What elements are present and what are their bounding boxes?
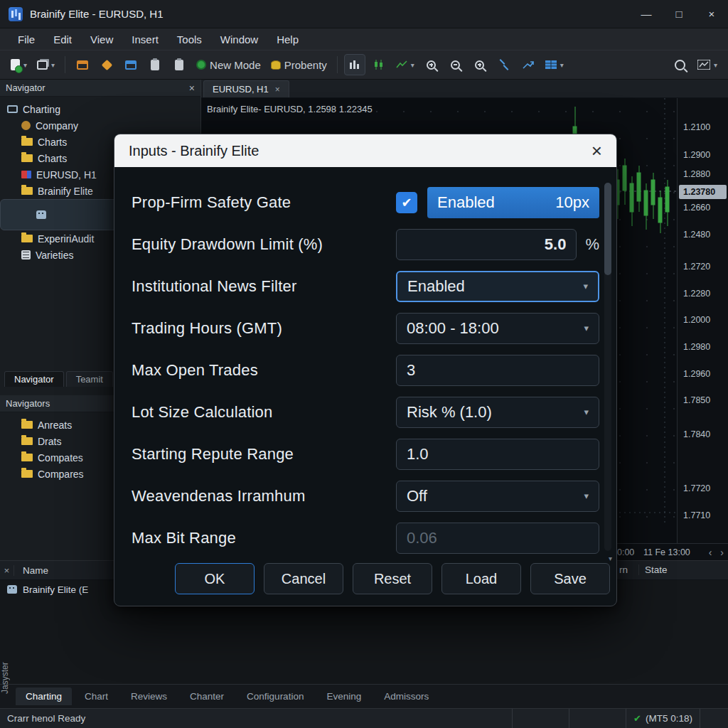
setting-label: Institutional News Filter <box>132 277 396 296</box>
menu-tools[interactable]: Tools <box>168 31 211 48</box>
indicators-button[interactable]: ▾ <box>542 54 567 75</box>
column-state[interactable]: State <box>638 564 673 575</box>
lot-size-select[interactable]: Risk % (1.0) ▾ <box>396 397 599 428</box>
menu-edit[interactable]: Edit <box>44 31 81 48</box>
maximize-button[interactable]: □ <box>663 0 695 28</box>
dialog-close-icon[interactable]: × <box>592 141 602 160</box>
menu-file[interactable]: File <box>9 31 44 48</box>
minimize-button[interactable]: — <box>630 0 663 28</box>
quotes-chart-button[interactable]: ▾ <box>694 54 721 75</box>
probenty-button[interactable]: Probenty <box>267 54 331 75</box>
monitor-icon <box>7 105 18 113</box>
navigator-close-icon[interactable]: × <box>189 82 195 94</box>
column-name[interactable]: Name <box>14 565 48 576</box>
tab-configuration[interactable]: Configuration <box>237 687 314 705</box>
window-controls: — □ × <box>630 0 728 28</box>
scroll-left-icon[interactable]: ‹ <box>709 547 712 558</box>
scripts-icon <box>21 250 31 259</box>
strategy-tester-button[interactable] <box>168 54 190 75</box>
data-window-button[interactable] <box>96 54 117 75</box>
terminal-button[interactable] <box>144 54 166 75</box>
tab-chanter[interactable]: Chanter <box>180 687 234 705</box>
zoom-out-icon <box>451 60 460 70</box>
setting-label: Starting Repute Range <box>132 445 396 464</box>
tab-chart[interactable]: Chart <box>75 687 118 705</box>
weekend-select[interactable]: Off ▾ <box>396 481 599 512</box>
starting-repute-input[interactable] <box>396 439 599 470</box>
scrollbar-down-icon[interactable]: ▾ <box>609 555 612 562</box>
docked-panel-label[interactable]: Jasyster <box>0 646 11 711</box>
price-label: 1.2480 <box>683 230 710 240</box>
auto-scroll-button[interactable] <box>493 54 515 75</box>
close-button[interactable]: × <box>695 0 728 28</box>
search-button[interactable] <box>670 54 691 75</box>
chart-shift-button[interactable] <box>518 54 539 75</box>
market-watch-button[interactable] <box>72 54 93 75</box>
company-icon <box>21 121 31 130</box>
line-chart-mode-button[interactable]: ▾ <box>392 54 418 75</box>
panel-close-icon[interactable]: × <box>0 565 14 576</box>
tab-evening[interactable]: Evening <box>316 687 371 705</box>
price-label: 1.7710 <box>683 510 710 520</box>
tree-item-charting[interactable]: Charting <box>0 101 200 117</box>
dialog-header[interactable]: Inputs - Brainify Elite × <box>114 134 616 167</box>
tree-item-label: EURUSD, H1 <box>36 169 97 181</box>
new-chart-button[interactable]: ▾ <box>33 54 58 75</box>
news-filter-select[interactable]: Enabled ▾ <box>396 271 599 302</box>
menu-window[interactable]: Window <box>211 31 267 48</box>
chart-tab-eurusd[interactable]: EURUSD, H1 × <box>203 80 289 97</box>
tab-navigator[interactable]: Navigator <box>4 371 64 387</box>
price-label: 1.2280 <box>683 289 710 299</box>
save-button[interactable]: Save <box>530 563 610 594</box>
trading-hours-select[interactable]: 08:00 - 18:00 ▾ <box>396 313 599 344</box>
safety-gate-value-box[interactable]: Enabled 10px <box>427 187 599 218</box>
setting-label: Max Open Trades <box>132 361 396 380</box>
title-bar: Brainify Elite - EURUSD, H1 — □ × <box>0 0 728 28</box>
candlestick-mode-button[interactable] <box>368 54 390 75</box>
price-label: 1.2960 <box>683 369 710 379</box>
max-open-trades-input[interactable] <box>396 355 599 386</box>
new-order-button[interactable]: ▾ <box>7 54 31 75</box>
dialog-scrollbar[interactable] <box>604 183 611 551</box>
safety-gate-badge: 10px <box>555 193 589 212</box>
drawdown-limit-input[interactable] <box>396 229 577 260</box>
safety-gate-checkbox[interactable]: ✔ <box>396 192 417 213</box>
load-button[interactable]: Load <box>441 563 521 594</box>
bar-chart-mode-button[interactable] <box>344 54 365 75</box>
reset-button[interactable]: Reset <box>353 563 432 594</box>
zoom-out-button[interactable] <box>445 54 466 75</box>
price-label: 1.7850 <box>683 395 710 405</box>
menu-help[interactable]: Help <box>267 31 308 48</box>
line-chart-icon <box>396 60 407 70</box>
zoom-reset-button[interactable] <box>469 54 491 75</box>
zoom-in-button[interactable] <box>421 54 442 75</box>
tree-item-label: Charts <box>38 153 67 164</box>
folder-open-icon <box>21 187 33 195</box>
status-bar: Crarr henol Ready ✔ (MT5 0:18) <box>0 708 728 728</box>
menu-view[interactable]: View <box>81 31 122 48</box>
menu-insert[interactable]: Insert <box>122 31 168 48</box>
price-label: 1.2980 <box>683 342 710 352</box>
scrollbar-thumb[interactable] <box>604 183 611 275</box>
status-connection[interactable]: ✔ (MT5 0:18) <box>626 709 700 728</box>
scroll-right-icon[interactable]: › <box>720 547 724 558</box>
quotes-chart-icon <box>697 60 710 70</box>
market-watch-icon <box>77 60 88 70</box>
tab-reviews[interactable]: Reviews <box>121 687 177 705</box>
toolbar-separator <box>337 56 338 73</box>
tree-item-company[interactable]: Company <box>0 117 200 134</box>
cancel-button[interactable]: Cancel <box>264 563 343 594</box>
navigator-toggle-button[interactable] <box>120 54 141 75</box>
dialog-body: Prop-Firm Safety Gate ✔ Enabled 10px Equ… <box>114 167 616 606</box>
terminal-icon <box>151 60 159 70</box>
max-bit-range-input[interactable] <box>396 523 599 554</box>
tab-admissors[interactable]: Admissors <box>374 687 439 705</box>
weekend-value: Off <box>407 487 427 505</box>
tab-teamit[interactable]: Teamit <box>66 371 113 387</box>
new-mode-button[interactable]: New Mode <box>193 54 264 75</box>
ok-button[interactable]: OK <box>175 563 255 594</box>
tab-charting[interactable]: Charting <box>16 687 72 705</box>
chart-tab-close-icon[interactable]: × <box>275 85 280 95</box>
chart-info-line: Brainify Elite- EURUSD, 1.2598 1.22345 <box>207 104 373 114</box>
new-mode-label: New Mode <box>210 59 261 71</box>
